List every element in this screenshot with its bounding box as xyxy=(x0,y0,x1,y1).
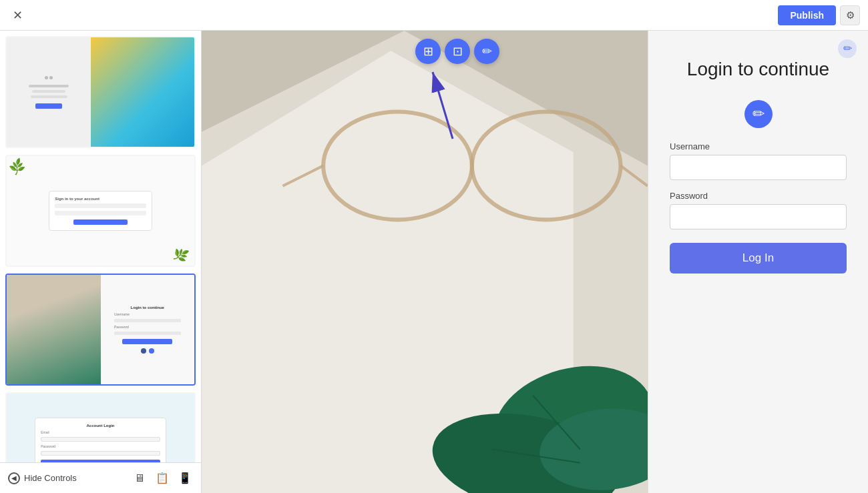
hide-controls-icon: ◀ xyxy=(8,472,20,484)
pages-tool-button[interactable]: ⊡ xyxy=(445,39,470,64)
login-button[interactable]: Log In xyxy=(670,243,847,274)
svg-line-14 xyxy=(433,72,453,139)
canvas-photo-layer xyxy=(202,31,648,493)
template-thumb-4[interactable]: Account Login Email Password xyxy=(5,392,196,462)
canvas-toolbar: ⊞ ⊡ ✏ xyxy=(415,39,499,64)
blocks-tool-button[interactable]: ⊞ xyxy=(415,39,441,64)
password-input[interactable] xyxy=(670,204,847,229)
pages-icon: ⊡ xyxy=(453,44,463,59)
close-icon: ✕ xyxy=(13,8,23,23)
gear-icon: ⚙ xyxy=(846,9,855,21)
arrow-pointer xyxy=(426,65,466,148)
template-thumb-1[interactable] xyxy=(5,36,196,148)
edit-icon: ✏ xyxy=(482,44,492,59)
password-label: Password xyxy=(670,191,847,201)
canvas-area[interactable]: ⊞ ⊡ ✏ xyxy=(202,31,648,493)
right-panel: ✏ Login to continue ✏ Username Password … xyxy=(648,31,868,493)
desktop-icon[interactable]: 🖥 xyxy=(132,470,148,486)
svg-text:✏: ✏ xyxy=(843,43,853,54)
sidebar: 🌿 🌿 Sign in to your account Login to con… xyxy=(0,31,202,493)
logo-icon: ✏ xyxy=(837,39,857,59)
username-input[interactable] xyxy=(670,155,847,180)
main-layout: 🌿 🌿 Sign in to your account Login to con… xyxy=(0,31,868,493)
arrow-svg xyxy=(426,65,466,145)
template-thumb-3[interactable]: Login to continue Username Password xyxy=(5,274,196,386)
bottom-icons: 🖥 📋 📱 xyxy=(132,470,193,486)
template-thumb-2[interactable]: 🌿 🌿 Sign in to your account xyxy=(5,155,196,267)
sidebar-bottom: ◀ Hide Controls 🖥 📋 📱 xyxy=(0,462,201,493)
sidebar-scroll[interactable]: 🌿 🌿 Sign in to your account Login to con… xyxy=(0,31,201,462)
decoration-leaf-1: 🌿 xyxy=(7,157,27,177)
page-title: Login to continue xyxy=(687,57,829,81)
publish-area: Publish ⚙ xyxy=(778,5,860,25)
mobile-icon[interactable]: 📱 xyxy=(177,470,193,486)
thumb2-form: Sign in to your account xyxy=(49,191,152,231)
canvas-background xyxy=(202,31,648,493)
hide-controls-button[interactable]: ◀ Hide Controls xyxy=(8,472,77,484)
edit-tool-button[interactable]: ✏ xyxy=(474,39,499,64)
settings-button[interactable]: ⚙ xyxy=(840,5,860,25)
thumb4-form: Account Login Email Password xyxy=(35,418,166,462)
blocks-icon: ⊞ xyxy=(423,44,433,59)
publish-button[interactable]: Publish xyxy=(778,5,836,25)
pencil-symbol: ✏ xyxy=(752,105,765,123)
username-label: Username xyxy=(670,141,847,151)
hide-controls-label: Hide Controls xyxy=(24,473,77,483)
pencil-icon: ✏ xyxy=(744,100,773,128)
rp-logo: ✏ xyxy=(837,39,857,59)
top-bar: ✕ Publish ⚙ xyxy=(0,0,868,31)
decoration-leaf-2: 🌿 xyxy=(171,245,190,264)
close-button[interactable]: ✕ xyxy=(8,6,27,25)
tablet-icon[interactable]: 📋 xyxy=(154,470,170,486)
